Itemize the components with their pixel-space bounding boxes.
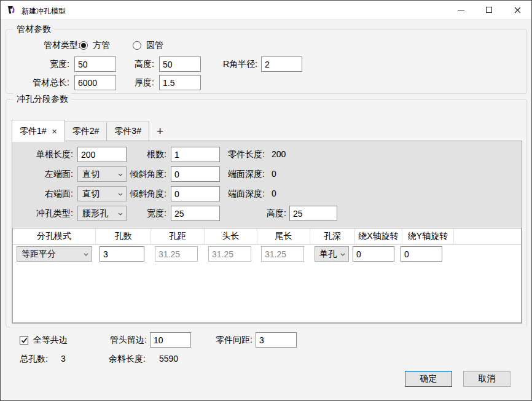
check-icon xyxy=(21,337,28,344)
co-edge-label[interactable]: 全等共边 xyxy=(33,332,68,348)
tab-part-3-label: 零件3# xyxy=(114,126,141,137)
maximize-icon xyxy=(486,7,492,13)
hole-count-input[interactable] xyxy=(100,246,144,262)
title-bar: 新建冲孔模型 xyxy=(1,1,531,20)
single-length-label: 单根长度: xyxy=(18,147,73,162)
right-depth-label: 端面深度: xyxy=(216,186,265,201)
right-depth-value: 0 xyxy=(272,186,276,201)
col-split-mode: 分孔模式 xyxy=(13,228,96,244)
tab-part-2-label: 零件2# xyxy=(72,126,100,137)
tail-length-input xyxy=(261,246,304,262)
hole-width-label: 宽度: xyxy=(120,206,166,221)
part-tabstrip: 零件1# × 零件2# 零件3# + xyxy=(12,119,171,141)
col-rotate-y: 绕Y轴旋转 xyxy=(402,228,454,244)
add-tab-button[interactable]: + xyxy=(149,122,171,141)
col-hole-spacing: 孔距 xyxy=(151,228,205,244)
split-mode-value: 等距平分 xyxy=(22,249,56,260)
hole-height-label: 高度: xyxy=(237,206,286,221)
left-angle-input[interactable] xyxy=(171,166,220,182)
radio-square-tube[interactable] xyxy=(79,41,88,50)
punch-params-legend: 冲孔分段参数 xyxy=(14,93,71,104)
tab-part-1[interactable]: 零件1# × xyxy=(12,120,65,142)
pipe-height-input[interactable] xyxy=(159,56,201,72)
part-gap-label: 零件间距: xyxy=(203,332,252,348)
count-input[interactable] xyxy=(171,147,220,162)
left-angle-label: 倾斜角度: xyxy=(120,166,166,182)
total-holes-value: 3 xyxy=(61,351,66,367)
single-length-input[interactable] xyxy=(77,147,127,162)
chevron-down-icon xyxy=(340,253,345,256)
close-button[interactable] xyxy=(503,1,531,19)
col-tail-length: 尾长 xyxy=(257,228,310,244)
hole-table: 分孔模式 孔数 孔距 头长 尾长 孔深 绕X轴旋转 绕Y轴旋转 等距平分 单孔 xyxy=(12,228,522,323)
ok-button[interactable]: 确定 xyxy=(405,371,452,387)
chevron-down-icon xyxy=(84,253,88,256)
app-logo-icon xyxy=(7,5,17,15)
hole-type-select[interactable]: 腰形孔 xyxy=(77,206,127,221)
count-label: 根数: xyxy=(120,147,166,162)
col-hole-count: 孔数 xyxy=(96,228,151,244)
pipe-radius-input[interactable] xyxy=(261,56,302,72)
pipe-thickness-input[interactable] xyxy=(159,75,201,90)
tab-part-1-label: 零件1# xyxy=(20,126,47,137)
minimize-button[interactable] xyxy=(447,1,475,19)
rotate-y-input[interactable] xyxy=(401,246,442,262)
pipe-params-legend: 管材参数 xyxy=(14,23,54,34)
col-rotate-x: 绕X轴旋转 xyxy=(355,228,402,244)
pipe-type-label: 管材类型: xyxy=(19,37,80,53)
part-length-value: 200 xyxy=(272,147,286,162)
pipe-radius-label: R角半径: xyxy=(203,56,257,72)
tab-close-icon[interactable]: × xyxy=(52,127,57,136)
right-face-select[interactable]: 直切 xyxy=(77,186,127,201)
hole-type-value: 腰形孔 xyxy=(82,208,108,219)
cancel-button[interactable]: 取消 xyxy=(463,371,510,387)
head-length-input xyxy=(208,246,251,262)
hole-depth-select[interactable]: 单孔 xyxy=(315,246,349,262)
right-angle-input[interactable] xyxy=(171,186,220,201)
head-margin-label: 管头留边: xyxy=(98,332,147,348)
head-margin-input[interactable] xyxy=(150,332,191,348)
new-punch-model-dialog: 新建冲孔模型 管材参数 管材类型: 方管 圆管 宽度: 高度: R角半径: 管材… xyxy=(0,0,532,401)
pipe-length-label: 管材总长: xyxy=(20,75,69,90)
total-holes-label: 总孔数: xyxy=(20,351,48,367)
radio-round-tube[interactable] xyxy=(133,41,141,50)
radio-round-label[interactable]: 圆管 xyxy=(146,37,163,53)
remain-length-label: 余料长度: xyxy=(109,351,146,367)
left-depth-label: 端面深度: xyxy=(216,166,265,182)
left-face-label: 左端面: xyxy=(18,166,73,182)
left-face-value: 直切 xyxy=(82,169,100,180)
hole-type-label: 冲孔类型: xyxy=(18,206,73,221)
hole-depth-value: 单孔 xyxy=(319,249,337,260)
remain-length-value: 5590 xyxy=(159,351,178,367)
co-edge-checkbox[interactable] xyxy=(20,336,28,345)
col-hole-depth: 孔深 xyxy=(310,228,355,244)
left-face-select[interactable]: 直切 xyxy=(77,166,127,182)
rotate-x-input[interactable] xyxy=(353,246,394,262)
hole-width-input[interactable] xyxy=(171,206,220,221)
tab-part-2[interactable]: 零件2# xyxy=(65,122,108,141)
hole-table-header: 分孔模式 孔数 孔距 头长 尾长 孔深 绕X轴旋转 绕Y轴旋转 xyxy=(13,228,521,244)
tab-part-3[interactable]: 零件3# xyxy=(107,122,149,141)
right-face-value: 直切 xyxy=(82,189,100,200)
minimize-icon xyxy=(458,10,464,10)
close-icon xyxy=(514,7,521,14)
part-length-label: 零件长度: xyxy=(216,147,265,162)
window-title: 新建冲孔模型 xyxy=(22,6,66,17)
hole-spacing-input xyxy=(155,246,198,262)
radio-square-label[interactable]: 方管 xyxy=(93,37,110,53)
part-gap-input[interactable] xyxy=(256,332,297,348)
maximize-button[interactable] xyxy=(475,1,503,19)
right-face-label: 右端面: xyxy=(18,186,73,201)
pipe-thickness-label: 厚度: xyxy=(105,75,154,90)
left-depth-value: 0 xyxy=(272,166,276,182)
pipe-width-label: 宽度: xyxy=(22,56,69,72)
split-mode-select[interactable]: 等距平分 xyxy=(17,246,92,262)
right-angle-label: 倾斜角度: xyxy=(120,186,166,201)
col-head-length: 头长 xyxy=(205,228,257,244)
pipe-height-label: 高度: xyxy=(105,56,154,72)
hole-height-input[interactable] xyxy=(289,206,337,221)
